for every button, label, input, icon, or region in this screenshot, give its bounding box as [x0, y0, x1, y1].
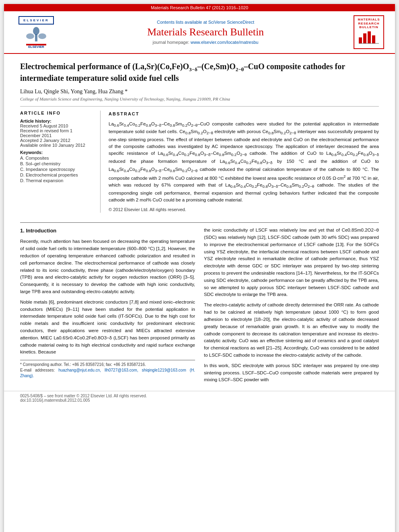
journal-chart-icon: [357, 29, 381, 45]
history-label: Article history:: [20, 119, 94, 123]
article-title: Electrochemical performance of (La,Sr)(C…: [20, 61, 379, 84]
abstract-title: ABSTRACT: [109, 111, 379, 117]
col2-paragraph-2: The electro-catalytic activity of cathod…: [204, 302, 379, 359]
abstract-text: La0.6Sr0.4Co0.2Fe0.8O3−δ–Ce0.8Sm0.2O2−θ–…: [109, 121, 379, 204]
article-info-title: ARTICLE INFO: [20, 111, 94, 115]
svg-text:ELSEVIER: ELSEVIER: [28, 45, 44, 48]
footnote-email-label: E-mail addresses:: [20, 368, 55, 372]
elsevier-tree-icon: ELSEVIER: [24, 26, 48, 48]
svg-rect-2: [35, 34, 37, 41]
article-info-columns: ARTICLE INFO Article history: Received 5…: [20, 106, 379, 213]
svg-rect-8: [363, 33, 366, 43]
body-divider: [20, 222, 379, 223]
keyword-1: A. Composites: [20, 156, 94, 160]
article-affiliation: College of Materials Science and Enginee…: [20, 97, 379, 101]
journal-citation-bar: Materials Research Bulletin 47 (2012) 10…: [4, 4, 395, 11]
abstract-panel: ABSTRACT La0.6Sr0.4Co0.2Fe0.8O3−δ–Ce0.8S…: [109, 111, 379, 213]
body-left-column: 1. Introduction Recently, much attention…: [20, 227, 195, 387]
revised-date: Received in revised form 1 December 2011: [20, 128, 72, 138]
sciverse-link-text[interactable]: SciVerse ScienceDirect: [208, 20, 254, 25]
svg-rect-9: [368, 31, 371, 43]
article-authors: Lihua Lu, Qingle Shi, Yong Yang, Hua Zha…: [20, 88, 379, 95]
elsevier-logo-area: ELSEVIER ELSEVIER: [12, 16, 60, 48]
svg-rect-7: [359, 37, 362, 43]
col2-paragraph-1: the ionic conductivity of LSCF was relat…: [204, 227, 379, 298]
article-section: Electrochemical performance of (La,Sr)(C…: [4, 54, 395, 217]
keyword-5: D. Thermal expansion: [20, 178, 94, 183]
keyword-3: C. Impedance spectroscopy: [20, 167, 94, 172]
keyword-2: B. Sol–gel chemistry: [20, 161, 94, 166]
article-info-panel: ARTICLE INFO Article history: Received 5…: [20, 111, 101, 213]
footnote-asterisk: * Corresponding author. Tel.: +86 25 835…: [20, 362, 146, 367]
available-date: Available online 10 January 2012: [20, 143, 85, 148]
keyword-4: D. Electrochemical properties: [20, 173, 94, 177]
journal-homepage: journal homepage: www.elsevier.com/locat…: [60, 40, 351, 45]
intro-paragraph-2: Noble metals [6], predominant electronic…: [20, 299, 195, 356]
journal-header-center: Contents lists available at SciVerse Sci…: [60, 20, 351, 45]
footnote-area: * Corresponding author. Tel.: +86 25 835…: [20, 362, 195, 379]
svg-rect-10: [372, 35, 375, 43]
copyright-text: © 2012 Elsevier Ltd. All rights reserved…: [109, 206, 379, 213]
bottom-bar: 0025-5408/$ – see front matter © 2012 El…: [4, 391, 395, 403]
elsevier-logo: ELSEVIER: [19, 16, 54, 25]
sciverse-link: Contents lists available at SciVerse Sci…: [60, 20, 351, 25]
keywords-list: A. Composites B. Sol–gel chemistry C. Im…: [20, 156, 94, 183]
journal-logo-box-area: MATERIALS RESEARCH BULLETIN: [351, 15, 387, 49]
svg-point-3: [26, 33, 34, 39]
journal-citation-text: Materials Research Bulletin 47 (2012) 10…: [151, 5, 248, 10]
body-columns: 1. Introduction Recently, much attention…: [4, 227, 395, 387]
journal-header: ELSEVIER ELSEVIER Contents lists availab…: [4, 11, 395, 54]
issn-text: 0025-5408/$ – see front matter © 2012 El…: [20, 394, 379, 398]
journal-title: Materials Research Bulletin: [60, 26, 351, 38]
journal-logo: MATERIALS RESEARCH BULLETIN: [354, 15, 384, 49]
intro-paragraph-1: Recently, much attention has been focuse…: [20, 238, 195, 296]
received-date: Received 5 August 2010: [20, 123, 68, 128]
body-right-column: the ionic conductivity of LSCF was relat…: [204, 227, 379, 387]
footnote-divider: [20, 360, 195, 360]
svg-point-1: [33, 27, 39, 35]
svg-point-4: [38, 33, 46, 39]
introduction-title: 1. Introduction: [20, 227, 195, 235]
accepted-date: Accepted 2 January 2012: [20, 138, 70, 143]
homepage-url[interactable]: www.elsevier.com/locate/matresbu: [191, 40, 259, 45]
doi-text: doi:10.1016/j.materresbull.2012.01.005: [20, 398, 379, 403]
col2-paragraph-3: In this work, SDC electrolyte with porou…: [204, 362, 379, 384]
keywords-label: Keywords:: [20, 150, 94, 155]
